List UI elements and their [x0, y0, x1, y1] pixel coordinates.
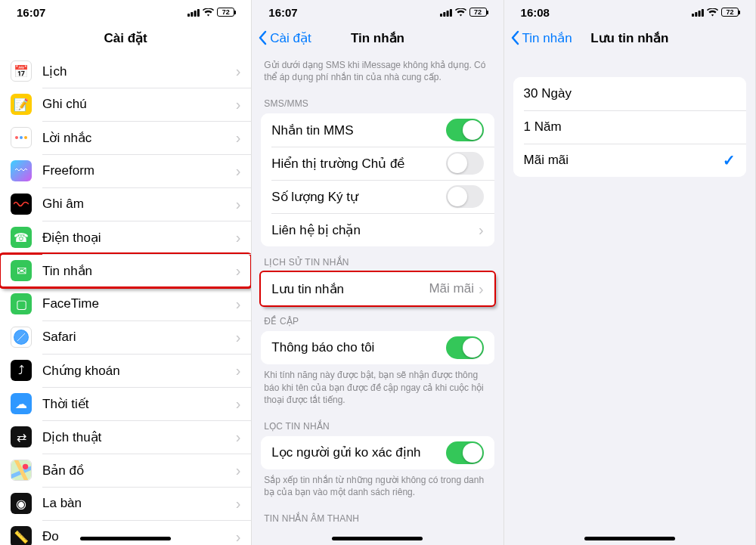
status-right: 72	[692, 8, 739, 17]
chevron-right-icon: ›	[236, 196, 241, 213]
toggle[interactable]	[446, 185, 484, 208]
page-title: Cài đặt	[0, 30, 251, 46]
messages-content[interactable]: Gửi dưới dạng SMS khi iMessage không khả…	[252, 54, 503, 545]
settings-row-facetime[interactable]: ▢FaceTime›	[0, 287, 251, 320]
status-bar: 16:07 72	[0, 0, 251, 21]
chevron-right-icon: ›	[236, 163, 241, 180]
settings-row-dịch-thuật[interactable]: ⇄Dịch thuật›	[0, 420, 251, 454]
filter-unknown-toggle[interactable]	[446, 441, 484, 464]
settings-row-điện-thoại[interactable]: ☎Điện thoại›	[0, 221, 251, 254]
row-label: Dịch thuật	[42, 429, 236, 445]
home-indicator[interactable]	[80, 537, 171, 540]
filter-unknown-row[interactable]: Lọc người gửi ko xác định	[261, 436, 494, 469]
notify-me-label: Thông báo cho tôi	[271, 340, 445, 355]
keep-messages-row[interactable]: Lưu tin nhắn Mãi mãi ›	[261, 272, 494, 305]
svg-rect-8	[440, 14, 442, 17]
row-label: La bàn	[42, 496, 236, 511]
chevron-right-icon: ›	[236, 229, 241, 246]
chevron-right-icon: ›	[236, 429, 241, 446]
option-label: Mãi mãi	[524, 153, 723, 168]
toggle[interactable]	[446, 152, 484, 175]
sms-row-li-n-h-b-ch-n[interactable]: Liên hệ bị chặn›	[261, 213, 494, 246]
keep-option-1-n-m[interactable]: 1 Năm	[513, 110, 746, 144]
screen-settings: 16:07 72 Cài đặt 📅Lịch›📝Ghi chú›Lời nhắc…	[0, 0, 252, 545]
status-right: 72	[187, 8, 234, 17]
filter-unknown-desc: Sắp xếp tin nhắn từ những người không có…	[252, 469, 503, 503]
nav-bar: Cài đặt Tin nhắn	[252, 21, 503, 54]
section-sms: SMS/MMS	[252, 88, 503, 113]
battery-icon: 72	[217, 8, 234, 17]
chevron-right-icon: ›	[236, 262, 241, 280]
settings-row-freeform[interactable]: 〰Freeform›	[0, 154, 251, 187]
row-label: Liên hệ bị chặn	[271, 222, 479, 238]
settings-row-safari[interactable]: Safari›	[0, 320, 251, 354]
tin-nhắn-icon: ✉	[11, 260, 32, 281]
sms-row-s-l-ng-k-t-[interactable]: Số lượng Ký tự	[261, 180, 494, 213]
home-indicator[interactable]	[584, 537, 675, 540]
keep-messages-row-highlight: Lưu tin nhắn Mãi mãi ›	[261, 272, 494, 305]
back-button[interactable]: Cài đặt	[258, 30, 311, 46]
chevron-right-icon: ›	[479, 221, 484, 239]
filter-unknown-label: Lọc người gửi ko xác định	[271, 444, 445, 460]
safari-icon	[11, 327, 32, 348]
chevron-right-icon: ›	[236, 528, 241, 546]
đo-icon: 📏	[11, 526, 32, 545]
sms-row-nh-n-tin-mms[interactable]: Nhắn tin MMS	[261, 113, 494, 147]
status-time: 16:07	[268, 6, 297, 19]
settings-row-tin-nhắn[interactable]: ✉Tin nhắn›	[0, 254, 251, 287]
sms-row-hi-n-th-tr-ng-ch-[interactable]: Hiển thị trường Chủ đề	[261, 147, 494, 180]
freeform-icon: 〰	[11, 160, 32, 181]
svg-rect-1	[191, 12, 194, 17]
row-label: Safari	[42, 330, 236, 345]
back-label: Tin nhắn	[522, 30, 572, 46]
keep-option-m-i-m-i[interactable]: Mãi mãi✓	[513, 144, 746, 177]
nav-bar: Cài đặt	[0, 21, 251, 54]
chevron-right-icon: ›	[236, 296, 241, 313]
điện-thoại-icon: ☎	[11, 227, 32, 248]
option-label: 30 Ngày	[524, 86, 736, 101]
settings-list-container[interactable]: 📅Lịch›📝Ghi chú›Lời nhắc›〰Freeform›Ghi âm…	[0, 54, 251, 545]
ghi-chú-icon: 📝	[11, 94, 32, 115]
screen-messages-settings: 16:07 72 Cài đặt Tin nhắn Gửi dưới dạng …	[252, 0, 503, 545]
chevron-right-icon: ›	[236, 329, 241, 346]
settings-row-chứng-khoán[interactable]: ⤴Chứng khoán›	[0, 354, 251, 387]
notify-me-desc: Khi tính năng này được bật, bạn sẽ nhận …	[252, 364, 503, 410]
battery-icon: 72	[469, 8, 487, 17]
status-right: 72	[440, 8, 487, 17]
home-indicator[interactable]	[332, 537, 423, 540]
settings-row-thời-tiết[interactable]: ☁Thời tiết›	[0, 387, 251, 420]
toggle[interactable]	[446, 119, 484, 141]
settings-row-bản-đồ[interactable]: Bản đồ›	[0, 454, 251, 487]
chevron-right-icon: ›	[236, 395, 241, 413]
settings-row-la-bàn[interactable]: ◉La bàn›	[0, 487, 251, 520]
nav-bar: Tin nhắn Lưu tin nhắn	[504, 21, 755, 54]
svg-rect-9	[443, 12, 445, 17]
battery-icon: 72	[721, 8, 739, 17]
svg-rect-3	[197, 9, 200, 17]
settings-row-ghi-âm[interactable]: Ghi âm›	[0, 187, 251, 221]
row-label: Ghi âm	[42, 197, 236, 212]
svg-rect-12	[692, 14, 694, 17]
settings-row-đo[interactable]: 📏Đo›	[0, 520, 251, 545]
notify-me-toggle[interactable]	[446, 336, 484, 359]
wifi-icon	[203, 8, 214, 17]
screen-keep-messages: 16:08 72 Tin nhắn Lưu tin nhắn 30 Ngày1 …	[504, 0, 756, 545]
notify-me-row[interactable]: Thông báo cho tôi	[261, 331, 494, 364]
chevron-right-icon: ›	[236, 495, 241, 512]
svg-point-7	[23, 464, 28, 469]
back-button[interactable]: Tin nhắn	[510, 30, 572, 46]
row-label: Số lượng Ký tự	[271, 189, 445, 205]
settings-row-lịch[interactable]: 📅Lịch›	[0, 54, 251, 88]
section-history: LỊCH SỬ TIN NHẮN	[252, 246, 503, 272]
settings-row-ghi-chú[interactable]: 📝Ghi chú›	[0, 88, 251, 121]
lịch-icon: 📅	[11, 60, 32, 82]
keep-options-content: 30 Ngày1 NămMãi mãi✓	[504, 54, 755, 545]
chevron-right-icon: ›	[236, 63, 241, 80]
bản-đồ-icon	[11, 460, 32, 481]
row-label: Ghi chú	[42, 97, 236, 112]
chevron-right-icon: ›	[479, 280, 484, 298]
row-label: Nhắn tin MMS	[271, 122, 445, 138]
settings-row-lời-nhắc[interactable]: Lời nhắc›	[0, 121, 251, 154]
status-bar: 16:08 72	[504, 0, 755, 21]
keep-option-30-ng-y[interactable]: 30 Ngày	[513, 77, 746, 110]
